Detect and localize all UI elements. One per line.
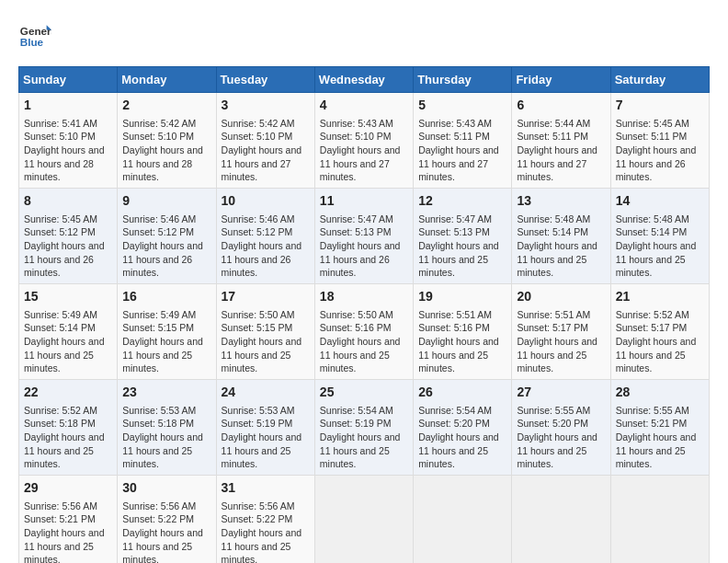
calendar-week-4: 22Sunrise: 5:52 AMSunset: 5:18 PMDayligh… <box>19 380 710 476</box>
day-number: 9 <box>122 192 210 211</box>
sunrise-text: Sunrise: 5:55 AM <box>517 405 590 416</box>
sunrise-text: Sunrise: 5:43 AM <box>320 118 393 129</box>
sunset-text: Sunset: 5:19 PM <box>222 418 293 429</box>
calendar-week-3: 15Sunrise: 5:49 AMSunset: 5:14 PMDayligh… <box>19 284 710 380</box>
daylight-text: Daylight hours and 11 hours and 25 minut… <box>517 431 597 469</box>
sunrise-text: Sunrise: 5:54 AM <box>320 405 393 416</box>
day-number: 13 <box>517 192 605 211</box>
column-header-monday: Monday <box>118 67 216 93</box>
daylight-text: Daylight hours and 11 hours and 26 minut… <box>222 240 302 278</box>
calendar-cell <box>314 476 413 563</box>
daylight-text: Daylight hours and 11 hours and 25 minut… <box>222 527 302 563</box>
calendar-cell: 12Sunrise: 5:47 AMSunset: 5:13 PMDayligh… <box>414 189 512 284</box>
daylight-text: Daylight hours and 11 hours and 25 minut… <box>24 336 105 373</box>
day-number: 31 <box>222 479 310 498</box>
sunrise-text: Sunrise: 5:54 AM <box>418 405 492 416</box>
calendar-cell: 11Sunrise: 5:47 AMSunset: 5:13 PMDayligh… <box>314 189 413 284</box>
sunset-text: Sunset: 5:10 PM <box>320 131 392 142</box>
daylight-text: Daylight hours and 11 hours and 26 minut… <box>122 240 203 278</box>
daylight-text: Daylight hours and 11 hours and 26 minut… <box>616 144 697 182</box>
sunset-text: Sunset: 5:22 PM <box>222 513 293 524</box>
calendar-cell: 3Sunrise: 5:42 AMSunset: 5:10 PMDaylight… <box>216 93 314 189</box>
daylight-text: Daylight hours and 11 hours and 25 minut… <box>222 431 302 469</box>
sunset-text: Sunset: 5:10 PM <box>222 131 293 142</box>
daylight-text: Daylight hours and 11 hours and 25 minut… <box>616 240 697 278</box>
daylight-text: Daylight hours and 11 hours and 25 minut… <box>418 336 499 373</box>
sunrise-text: Sunrise: 5:45 AM <box>616 118 689 129</box>
sunset-text: Sunset: 5:15 PM <box>222 322 293 333</box>
sunrise-text: Sunrise: 5:56 AM <box>24 500 97 511</box>
calendar-cell: 17Sunrise: 5:50 AMSunset: 5:15 PMDayligh… <box>216 284 314 380</box>
sunrise-text: Sunrise: 5:53 AM <box>222 405 295 416</box>
calendar-cell: 27Sunrise: 5:55 AMSunset: 5:20 PMDayligh… <box>512 380 610 476</box>
calendar-cell: 25Sunrise: 5:54 AMSunset: 5:19 PMDayligh… <box>314 380 413 476</box>
daylight-text: Daylight hours and 11 hours and 28 minut… <box>122 144 203 182</box>
sunrise-text: Sunrise: 5:42 AM <box>222 118 295 129</box>
daylight-text: Daylight hours and 11 hours and 25 minut… <box>320 336 401 373</box>
calendar-cell: 18Sunrise: 5:50 AMSunset: 5:16 PMDayligh… <box>314 284 413 380</box>
sunrise-text: Sunrise: 5:41 AM <box>24 118 97 129</box>
column-header-thursday: Thursday <box>414 67 512 93</box>
sunset-text: Sunset: 5:18 PM <box>122 418 194 429</box>
day-number: 22 <box>24 384 112 402</box>
sunset-text: Sunset: 5:17 PM <box>616 322 688 333</box>
sunrise-text: Sunrise: 5:47 AM <box>320 213 393 224</box>
daylight-text: Daylight hours and 11 hours and 25 minut… <box>122 336 203 373</box>
daylight-text: Daylight hours and 11 hours and 27 minut… <box>418 144 499 182</box>
sunset-text: Sunset: 5:10 PM <box>122 131 194 142</box>
calendar-header-row: SundayMondayTuesdayWednesdayThursdayFrid… <box>19 67 710 93</box>
column-header-friday: Friday <box>512 67 610 93</box>
sunset-text: Sunset: 5:20 PM <box>418 418 490 429</box>
daylight-text: Daylight hours and 11 hours and 26 minut… <box>320 240 401 278</box>
sunrise-text: Sunrise: 5:55 AM <box>616 405 689 416</box>
sunrise-text: Sunrise: 5:46 AM <box>222 213 295 224</box>
daylight-text: Daylight hours and 11 hours and 25 minut… <box>222 336 302 373</box>
sunset-text: Sunset: 5:16 PM <box>418 322 490 333</box>
daylight-text: Daylight hours and 11 hours and 25 minut… <box>24 431 105 469</box>
daylight-text: Daylight hours and 11 hours and 26 minut… <box>24 240 105 278</box>
sunrise-text: Sunrise: 5:53 AM <box>122 405 196 416</box>
sunset-text: Sunset: 5:14 PM <box>24 322 96 333</box>
calendar-cell: 1Sunrise: 5:41 AMSunset: 5:10 PMDaylight… <box>19 93 118 189</box>
calendar-week-5: 29Sunrise: 5:56 AMSunset: 5:21 PMDayligh… <box>19 476 710 563</box>
daylight-text: Daylight hours and 11 hours and 28 minut… <box>24 144 105 182</box>
day-number: 27 <box>517 384 605 402</box>
sunset-text: Sunset: 5:17 PM <box>517 322 588 333</box>
daylight-text: Daylight hours and 11 hours and 25 minut… <box>418 431 499 469</box>
day-number: 12 <box>418 192 506 211</box>
daylight-text: Daylight hours and 11 hours and 25 minut… <box>418 240 499 278</box>
column-header-tuesday: Tuesday <box>216 67 314 93</box>
day-number: 1 <box>24 97 112 115</box>
sunrise-text: Sunrise: 5:49 AM <box>24 309 97 320</box>
calendar-cell: 4Sunrise: 5:43 AMSunset: 5:10 PMDaylight… <box>314 93 413 189</box>
calendar-cell <box>610 476 709 563</box>
sunrise-text: Sunrise: 5:48 AM <box>517 213 590 224</box>
sunset-text: Sunset: 5:16 PM <box>320 322 392 333</box>
day-number: 30 <box>122 479 210 498</box>
calendar-cell: 10Sunrise: 5:46 AMSunset: 5:12 PMDayligh… <box>216 189 314 284</box>
sunset-text: Sunset: 5:18 PM <box>24 418 96 429</box>
sunrise-text: Sunrise: 5:50 AM <box>222 309 295 320</box>
daylight-text: Daylight hours and 11 hours and 25 minut… <box>24 527 105 563</box>
daylight-text: Daylight hours and 11 hours and 25 minut… <box>122 431 203 469</box>
calendar-table: SundayMondayTuesdayWednesdayThursdayFrid… <box>18 66 710 563</box>
sunrise-text: Sunrise: 5:56 AM <box>122 500 196 511</box>
sunset-text: Sunset: 5:12 PM <box>222 226 293 237</box>
sunset-text: Sunset: 5:13 PM <box>418 226 490 237</box>
page-header: General Blue <box>18 18 710 52</box>
day-number: 28 <box>616 384 704 402</box>
sunrise-text: Sunrise: 5:43 AM <box>418 118 492 129</box>
day-number: 24 <box>222 384 310 402</box>
daylight-text: Daylight hours and 11 hours and 27 minut… <box>320 144 401 182</box>
day-number: 29 <box>24 479 112 498</box>
daylight-text: Daylight hours and 11 hours and 25 minut… <box>616 431 697 469</box>
day-number: 18 <box>320 288 408 306</box>
calendar-cell: 19Sunrise: 5:51 AMSunset: 5:16 PMDayligh… <box>414 284 512 380</box>
sunrise-text: Sunrise: 5:49 AM <box>122 309 196 320</box>
daylight-text: Daylight hours and 11 hours and 27 minut… <box>222 144 302 182</box>
sunset-text: Sunset: 5:12 PM <box>24 226 96 237</box>
day-number: 3 <box>222 97 310 115</box>
sunrise-text: Sunrise: 5:51 AM <box>418 309 492 320</box>
sunrise-text: Sunrise: 5:46 AM <box>122 213 196 224</box>
sunset-text: Sunset: 5:12 PM <box>122 226 194 237</box>
